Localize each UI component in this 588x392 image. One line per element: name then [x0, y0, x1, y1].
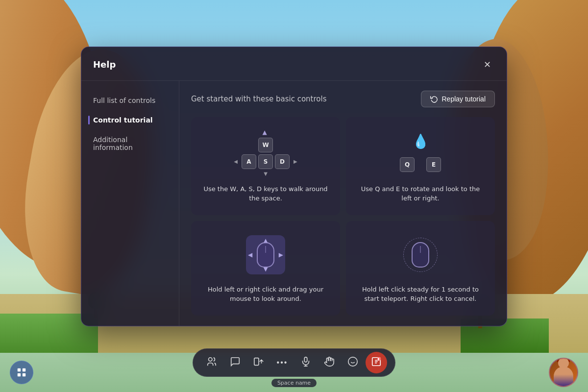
svg-rect-1: [23, 368, 25, 371]
taskbar-active-button[interactable]: !: [366, 352, 387, 373]
taskbar-more-button[interactable]: •••: [271, 352, 293, 373]
user-avatar[interactable]: [549, 358, 578, 387]
taskbar-people-button[interactable]: [201, 352, 222, 373]
drag-arrow-left: ◀: [248, 251, 252, 258]
share-icon: [253, 356, 264, 369]
card-teleport-text: Hold left click steady for 1 second to s…: [356, 285, 485, 304]
taskbar: •••: [193, 348, 395, 387]
hand-icon: [324, 356, 335, 369]
active-icon: !: [371, 356, 382, 369]
svg-point-4: [209, 357, 212, 361]
dialog-title: Help: [93, 59, 116, 70]
key-d: D: [275, 154, 290, 169]
wasd-top-row: ▲: [262, 129, 269, 136]
qe-key-layout: 💧 Q E: [400, 133, 441, 172]
main-content: Get started with these basic controls Re…: [179, 81, 507, 326]
taskbar-bar: •••: [193, 348, 395, 377]
mouse-drag-visual: ▲ ▼ ◀ ▶: [246, 235, 285, 274]
replay-tutorial-button[interactable]: Replay tutorial: [421, 91, 495, 107]
close-icon: ✕: [484, 59, 491, 70]
svg-rect-3: [23, 373, 25, 376]
sidebar-item-full-list[interactable]: Full list of controls: [81, 91, 179, 110]
svg-rect-7: [304, 357, 307, 362]
card-teleport-icon-area: [398, 233, 442, 277]
dialog-overlay: Help ✕ Full list of controls Control tut…: [0, 0, 588, 392]
cards-grid: ▲ W ◀ A S D ▶: [191, 117, 495, 316]
sidebar-item-additional-info[interactable]: Additional information: [81, 130, 179, 157]
wasd-w-row: W: [258, 138, 273, 152]
close-button[interactable]: ✕: [479, 57, 495, 73]
sidebar-item-control-tutorial[interactable]: Control tutorial: [81, 110, 179, 130]
card-wasd-text: Use the W, A, S, D keys to walk around t…: [201, 184, 330, 203]
wasd-asd-row: ◀ A S D ▶: [234, 154, 297, 169]
card-qe-text: Use Q and E to rotate and look to the le…: [356, 184, 485, 203]
content-subtitle: Get started with these basic controls: [191, 95, 327, 103]
mic-icon: [300, 356, 311, 369]
replay-icon: [430, 95, 438, 103]
grid-menu-button[interactable]: [10, 361, 33, 384]
key-w: W: [258, 138, 273, 152]
svg-rect-6: [254, 358, 259, 365]
more-icon: •••: [277, 358, 288, 367]
svg-point-10: [348, 357, 357, 366]
card-wasd-icon-area: ▲ W ◀ A S D ▶: [234, 129, 297, 176]
key-s: S: [258, 154, 273, 169]
card-qe-icon-area: 💧 Q E: [400, 129, 441, 176]
card-mouse-drag-icon-area: ▲ ▼ ◀ ▶: [246, 233, 285, 277]
content-header: Get started with these basic controls Re…: [191, 91, 495, 107]
card-wasd: ▲ W ◀ A S D ▶: [191, 117, 340, 215]
taskbar-mic-button[interactable]: [295, 352, 317, 373]
mouse-center-icon: [257, 242, 274, 268]
arrow-right-icon: ▶: [294, 159, 297, 164]
wasd-bottom-row: ▼: [264, 171, 268, 176]
key-e: E: [426, 157, 441, 172]
qe-row: Q E: [400, 157, 441, 172]
teleport-mouse-icon: [412, 242, 429, 268]
card-mouse-drag-text: Hold left or right click and drag your m…: [201, 285, 330, 304]
card-teleport: Hold left click steady for 1 second to s…: [346, 221, 495, 316]
svg-rect-0: [18, 368, 21, 371]
avatar-head: [558, 358, 569, 368]
help-dialog: Help ✕ Full list of controls Control tut…: [81, 47, 507, 326]
teleport-visual: [398, 233, 442, 277]
svg-rect-2: [18, 373, 21, 376]
arrow-left-icon: ◀: [234, 159, 238, 164]
wasd-key-layout: ▲ W ◀ A S D ▶: [234, 129, 297, 176]
people-icon: [206, 356, 217, 369]
space-name-label: Space name: [271, 379, 317, 387]
key-q: Q: [400, 157, 415, 172]
grid-icon: [16, 367, 27, 378]
avatar-body: [554, 367, 573, 386]
sidebar: Full list of controls Control tutorial A…: [81, 81, 179, 326]
arrow-down-icon: ▼: [264, 171, 268, 176]
chat-icon: [230, 356, 241, 369]
taskbar-chat-button[interactable]: [224, 352, 246, 373]
card-qe: 💧 Q E Use Q and E to rotate and look to …: [346, 117, 495, 215]
water-drop-icon: 💧: [412, 133, 429, 149]
taskbar-share-button[interactable]: [248, 352, 270, 373]
taskbar-hand-button[interactable]: [318, 352, 340, 373]
key-a: A: [242, 154, 256, 169]
dialog-header: Help ✕: [81, 47, 507, 81]
dialog-body: Full list of controls Control tutorial A…: [81, 81, 507, 326]
taskbar-emoji-button[interactable]: [342, 352, 364, 373]
emoji-icon: [347, 356, 358, 369]
drag-arrow-right: ▶: [279, 251, 283, 258]
card-mouse-drag: ▲ ▼ ◀ ▶ Hold left or right click and dra…: [191, 221, 340, 316]
arrow-up-icon: ▲: [262, 129, 267, 136]
